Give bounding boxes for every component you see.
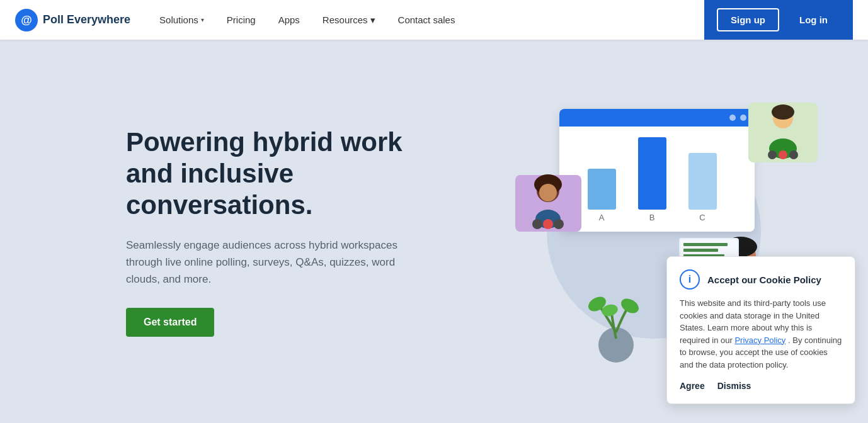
privacy-policy-link[interactable]: Privacy Policy bbox=[734, 336, 785, 345]
svg-point-16 bbox=[539, 184, 557, 201]
svg-point-18 bbox=[532, 219, 542, 229]
svg-point-5 bbox=[729, 115, 736, 121]
nav-pricing[interactable]: Pricing bbox=[218, 9, 265, 30]
svg-text:C: C bbox=[699, 213, 705, 222]
hero-text-block: Powering hybrid work and inclusive conve… bbox=[126, 127, 409, 337]
svg-text:A: A bbox=[599, 213, 605, 222]
nav-resources[interactable]: Resources ▾ bbox=[314, 9, 384, 31]
svg-point-26 bbox=[779, 150, 787, 159]
svg-point-6 bbox=[740, 115, 746, 121]
cookie-header: i Accept our Cookie Policy bbox=[680, 269, 842, 290]
navbar: @ Poll Everywhere Solutions ▾ Pricing Ap… bbox=[0, 0, 868, 40]
logo-link[interactable]: @ Poll Everywhere bbox=[15, 9, 130, 31]
svg-point-27 bbox=[789, 150, 798, 159]
svg-text:B: B bbox=[649, 213, 655, 222]
info-icon: i bbox=[680, 269, 700, 290]
svg-point-45 bbox=[619, 296, 641, 316]
dismiss-button[interactable]: Dismiss bbox=[717, 381, 751, 391]
svg-text:@: @ bbox=[21, 14, 32, 26]
login-button[interactable]: Log in bbox=[787, 9, 840, 30]
nav-solutions[interactable]: Solutions ▾ bbox=[151, 9, 213, 30]
svg-rect-11 bbox=[688, 153, 717, 210]
svg-point-19 bbox=[543, 219, 553, 229]
chevron-down-icon: ▾ bbox=[370, 14, 375, 26]
hero-subtitle: Seamlessly engage audiences across hybri… bbox=[126, 237, 409, 288]
cookie-banner: i Accept our Cookie Policy This website … bbox=[666, 256, 855, 404]
svg-point-20 bbox=[554, 219, 564, 229]
svg-point-25 bbox=[768, 150, 777, 159]
nav-apps[interactable]: Apps bbox=[270, 9, 309, 30]
svg-rect-9 bbox=[638, 137, 666, 210]
chevron-down-icon: ▾ bbox=[201, 16, 204, 23]
logo-text: Poll Everywhere bbox=[43, 13, 130, 26]
nav-cta-area: Sign up Log in bbox=[704, 0, 853, 40]
hero-title: Powering hybrid work and inclusive conve… bbox=[126, 127, 409, 222]
svg-rect-50 bbox=[683, 249, 718, 252]
svg-rect-4 bbox=[559, 121, 755, 127]
get-started-button[interactable]: Get started bbox=[126, 308, 214, 337]
cookie-title: Accept our Cookie Policy bbox=[707, 274, 821, 285]
svg-point-23 bbox=[772, 104, 794, 120]
svg-rect-7 bbox=[588, 169, 616, 210]
signup-button[interactable]: Sign up bbox=[717, 8, 779, 31]
nav-links: Solutions ▾ Pricing Apps Resources ▾ Con… bbox=[151, 9, 704, 31]
cookie-body: This website and its third-party tools u… bbox=[680, 297, 842, 371]
nav-contact-sales[interactable]: Contact sales bbox=[389, 9, 464, 30]
cookie-actions: Agree Dismiss bbox=[680, 381, 842, 391]
svg-rect-49 bbox=[683, 243, 728, 246]
logo-icon: @ bbox=[15, 9, 38, 31]
agree-button[interactable]: Agree bbox=[680, 381, 705, 391]
